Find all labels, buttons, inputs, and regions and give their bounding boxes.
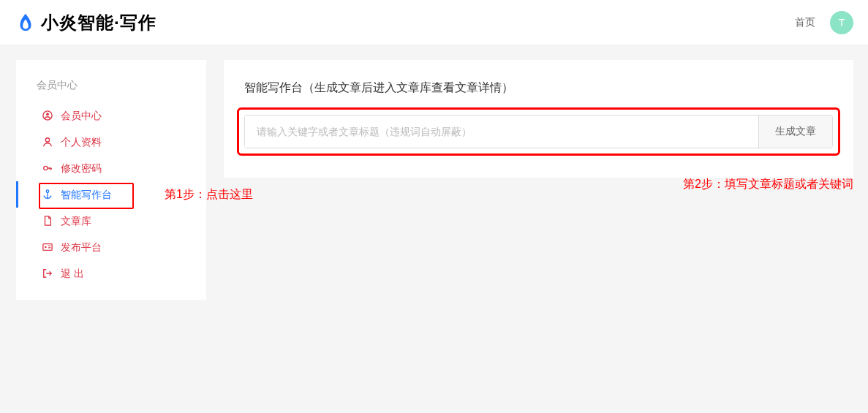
keyword-input[interactable] xyxy=(245,115,758,148)
input-row: 生成文章 xyxy=(244,115,833,148)
user-icon xyxy=(42,136,53,148)
sidebar-item-profile[interactable]: 个人资料 xyxy=(16,129,206,155)
anchor-icon xyxy=(42,189,53,200)
nav-home[interactable]: 首页 xyxy=(795,16,815,29)
svg-point-2 xyxy=(45,138,49,142)
topbar-right: 首页 T xyxy=(795,11,853,34)
sidebar-item-label: 发布平台 xyxy=(61,242,102,252)
sidebar-title: 会员中心 xyxy=(16,73,206,102)
writing-card: 智能写作台（生成文章后进入文章库查看文章详情） 生成文章 xyxy=(224,60,853,178)
svg-point-6 xyxy=(45,246,47,249)
sidebar: 会员中心 会员中心 个人资料 修改密码 智能写作台 第1步：点击 xyxy=(16,60,206,300)
sidebar-item-member-center[interactable]: 会员中心 xyxy=(16,102,206,129)
sidebar-item-writing-desk[interactable]: 智能写作台 第1步：点击这里 xyxy=(16,181,206,208)
brand-logo[interactable]: 小炎智能·写作 xyxy=(15,11,156,34)
svg-point-4 xyxy=(46,190,49,193)
topbar: 小炎智能·写作 首页 T xyxy=(0,0,868,45)
annotation-step2-text: 第2步：填写文章标题或者关键词 xyxy=(683,177,853,192)
generate-button[interactable]: 生成文章 xyxy=(758,115,832,148)
sidebar-item-publish-platform[interactable]: 发布平台 xyxy=(16,234,206,260)
sidebar-item-label: 修改密码 xyxy=(61,163,102,173)
file-icon xyxy=(42,215,53,227)
sidebar-item-label: 退 出 xyxy=(61,268,84,279)
sidebar-item-label: 智能写作台 xyxy=(61,189,112,200)
user-circle-icon xyxy=(42,110,53,121)
card-title: 智能写作台（生成文章后进入文章库查看文章详情） xyxy=(244,80,833,96)
sidebar-item-logout[interactable]: 退 出 xyxy=(16,260,206,287)
main-area: 智能写作台（生成文章后进入文章库查看文章详情） 生成文章 第2步：填写文章标题或… xyxy=(224,60,853,178)
sidebar-item-label: 文章库 xyxy=(61,216,91,226)
flame-icon xyxy=(15,12,37,34)
svg-rect-5 xyxy=(43,244,52,251)
input-wrap: 生成文章 xyxy=(244,115,833,148)
sidebar-item-change-password[interactable]: 修改密码 xyxy=(16,155,206,181)
svg-point-1 xyxy=(46,113,49,115)
page-body: 会员中心 会员中心 个人资料 修改密码 智能写作台 第1步：点击 xyxy=(0,45,868,300)
sidebar-item-label: 个人资料 xyxy=(61,137,102,147)
id-card-icon xyxy=(42,241,53,253)
sidebar-item-article-library[interactable]: 文章库 xyxy=(16,208,206,234)
logout-icon xyxy=(42,268,53,279)
svg-point-3 xyxy=(44,166,48,170)
key-icon xyxy=(42,162,53,174)
brand-text: 小炎智能·写作 xyxy=(41,11,156,34)
avatar[interactable]: T xyxy=(830,11,853,34)
annotation-step1-text: 第1步：点击这里 xyxy=(165,187,253,202)
sidebar-item-label: 会员中心 xyxy=(61,110,102,121)
